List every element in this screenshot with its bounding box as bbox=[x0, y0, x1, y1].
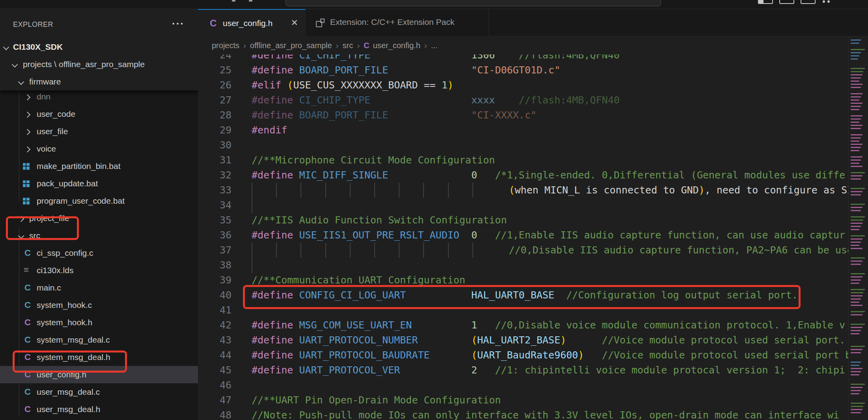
minimap-line bbox=[851, 374, 859, 375]
sidebar-item-label: project_file bbox=[29, 210, 69, 227]
code-line-37: 37 //0,Disable IIS audio capture functio… bbox=[198, 243, 848, 258]
minimap-line bbox=[851, 403, 865, 404]
minimap-line bbox=[851, 365, 859, 366]
sidebar-item-label: ci130x.lds bbox=[37, 262, 73, 279]
sidebar-item-label: src bbox=[29, 227, 40, 244]
minimap-line bbox=[851, 387, 862, 388]
customize-layout-icon[interactable] bbox=[823, 0, 825, 3]
sidebar-item-voice[interactable]: voice bbox=[0, 140, 198, 158]
sidebar-item-label: user_config.h bbox=[37, 366, 86, 383]
code-text: #define CONFIG_CI_LOG_UART HAL_UART0_BAS… bbox=[252, 288, 798, 303]
sidebar-item-system-msg-deal-h[interactable]: Csystem_msg_deal.h bbox=[0, 349, 198, 366]
indent-guide bbox=[325, 243, 350, 258]
breadcrumb-item-offline-asr-pro-sample[interactable]: offline_asr_pro_sample bbox=[250, 41, 332, 50]
minimap-line bbox=[851, 175, 862, 176]
code-text: #define CI_CHIP_TYPE 1306 //flash:4MB,QF… bbox=[252, 54, 620, 63]
sidebar-item-system-hook-h[interactable]: Csystem_hook.h bbox=[0, 314, 198, 331]
breadcrumb-item-user-config-h[interactable]: user_config.h bbox=[373, 41, 420, 50]
sidebar-item-project-file[interactable]: project_file bbox=[0, 210, 198, 227]
indent-guide bbox=[350, 183, 374, 198]
sidebar-item-user-msg-deal-h[interactable]: Cuser_msg_deal.h bbox=[0, 401, 198, 418]
toggle-panel-right-icon[interactable] bbox=[801, 0, 816, 4]
breadcrumb-item-src[interactable]: src bbox=[343, 41, 353, 50]
minimap-line bbox=[851, 68, 865, 69]
extension-icon bbox=[316, 19, 325, 27]
sidebar-item-dnn[interactable]: dnn bbox=[0, 88, 198, 105]
breadcrumb-item-projects[interactable]: projects bbox=[212, 41, 239, 50]
sidebar-item-system-msg-deal-c[interactable]: Csystem_msg_deal.c bbox=[0, 331, 198, 349]
minimap-line bbox=[851, 235, 865, 236]
minimap-line bbox=[851, 52, 861, 53]
code-text: //**UART Pin Open-Drain Mode Configurati… bbox=[252, 393, 501, 408]
line-number: 38 bbox=[198, 258, 231, 273]
customize-layout-icon[interactable] bbox=[827, 0, 830, 3]
c-file-icon: C bbox=[364, 41, 369, 50]
chevron-right-icon bbox=[18, 216, 24, 222]
sidebar-item-user-config-h[interactable]: Cuser_config.h bbox=[0, 366, 198, 383]
minimap-line bbox=[851, 289, 865, 290]
sidebar-item-projects-offline-asr-pro-sample[interactable]: projects \ offline_asr_pro_sample bbox=[0, 56, 198, 73]
close-icon[interactable]: ✕ bbox=[291, 10, 298, 38]
editor-code-area[interactable]: 24#define CI_CHIP_TYPE 1306 //flash:4MB,… bbox=[198, 54, 848, 420]
minimap-line bbox=[851, 103, 862, 104]
minimap-line bbox=[851, 390, 861, 391]
code-text: #define UART_PROTOCOL_NUMBER (HAL_UART2_… bbox=[252, 333, 845, 348]
minimap-line bbox=[851, 84, 862, 85]
sidebar-item-user-code[interactable]: user_code bbox=[0, 105, 198, 123]
code-line-33: 33 (when MICN_L is connected to GND), ne… bbox=[198, 183, 848, 198]
c-blue-icon: C bbox=[24, 244, 31, 262]
code-text: //Note: Push-pull mode IOs can only inte… bbox=[252, 408, 839, 420]
sidebar-item-system-hook-c[interactable]: Csystem_hook.c bbox=[0, 296, 198, 314]
editor-tab-bar: C user_config.h ✕ Extension: C/C++ Exten… bbox=[198, 9, 868, 36]
indent-guide bbox=[350, 243, 374, 258]
minimap-line bbox=[851, 150, 859, 151]
minimap-line bbox=[851, 298, 861, 300]
toggle-panel-left-icon[interactable] bbox=[758, 0, 773, 4]
minimap-line bbox=[851, 384, 865, 385]
code-line-29: 29#endif bbox=[198, 123, 848, 138]
minimap-line bbox=[851, 207, 862, 208]
sidebar-item-pack-update-bat[interactable]: pack_update.bat bbox=[0, 175, 198, 192]
code-text: #define BOARD_PORT_FILE "CI-XXXX.c" bbox=[252, 108, 537, 123]
line-number: 32 bbox=[198, 168, 231, 183]
sidebar-item-ci130x-sdk[interactable]: CI130X_SDK bbox=[0, 38, 198, 56]
windows-icon bbox=[23, 180, 30, 187]
sidebar-item-make-partition-bin-bat[interactable]: make_partition_bin.bat bbox=[0, 158, 198, 175]
sidebar-item-program-user-code-bat[interactable]: program_user_code.bat bbox=[0, 192, 198, 210]
sidebar-item-user-file[interactable]: user_file bbox=[0, 123, 198, 140]
sidebar-item-label: firmware bbox=[29, 73, 61, 90]
indent-guide bbox=[301, 183, 325, 198]
command-center-search-box[interactable] bbox=[286, 0, 661, 6]
code-text: //**Communication UART Configuration bbox=[252, 273, 465, 288]
explorer-sidebar: dnnuser_codeuser_filevoicemake_partition… bbox=[0, 9, 198, 420]
sidebar-item-ci-ssp-config-c[interactable]: Cci_ssp_config.c bbox=[0, 244, 198, 262]
sidebar-item-src[interactable]: src bbox=[0, 227, 198, 244]
sidebar-item-label: system_msg_deal.c bbox=[37, 331, 110, 349]
chevron-right-icon: › bbox=[243, 41, 246, 50]
sidebar-item-ci130x-lds[interactable]: ≡ci130x.lds bbox=[0, 262, 198, 279]
code-text: //0,Disable IIS audio capture function, … bbox=[252, 243, 848, 258]
tab-extension-pack[interactable]: Extension: C/C++ Extension Pack bbox=[306, 9, 489, 36]
windows-icon bbox=[23, 198, 30, 204]
breadcrumb-symbol-ellipsis[interactable]: ... bbox=[431, 41, 438, 50]
chevron-down-icon bbox=[3, 44, 9, 51]
lds-icon: ≡ bbox=[24, 262, 29, 279]
code-text: #elif (USE_CUS_XXXXXXX_BOARD == 1) bbox=[252, 78, 454, 93]
code-text: #define UART_PROTOCOL_VER 2 //1: chipint… bbox=[252, 363, 845, 378]
toggle-panel-bottom-icon[interactable] bbox=[779, 0, 794, 4]
sidebar-item-startup[interactable]: startup bbox=[0, 418, 198, 420]
indent-guide bbox=[399, 183, 423, 198]
minimap-line bbox=[851, 166, 862, 167]
minimap-line bbox=[851, 122, 859, 123]
code-line-35: 35//**IIS Audio Function Switch Configur… bbox=[198, 213, 848, 228]
minimap-line bbox=[851, 314, 862, 315]
minimap-line bbox=[851, 226, 861, 227]
minimap[interactable] bbox=[848, 36, 868, 420]
sidebar-item-user-msg-deal-c[interactable]: Cuser_msg_deal.c bbox=[0, 383, 198, 401]
code-line-44: 44#define UART_PROTOCOL_BAUDRATE (UART_B… bbox=[198, 348, 848, 363]
minimap-line bbox=[851, 159, 861, 161]
tab-user-config-h[interactable]: C user_config.h ✕ bbox=[198, 9, 306, 36]
sidebar-item-label: system_msg_deal.h bbox=[37, 349, 110, 366]
sidebar-item-firmware[interactable]: firmware bbox=[0, 73, 198, 90]
sidebar-item-main-c[interactable]: Cmain.c bbox=[0, 279, 198, 296]
